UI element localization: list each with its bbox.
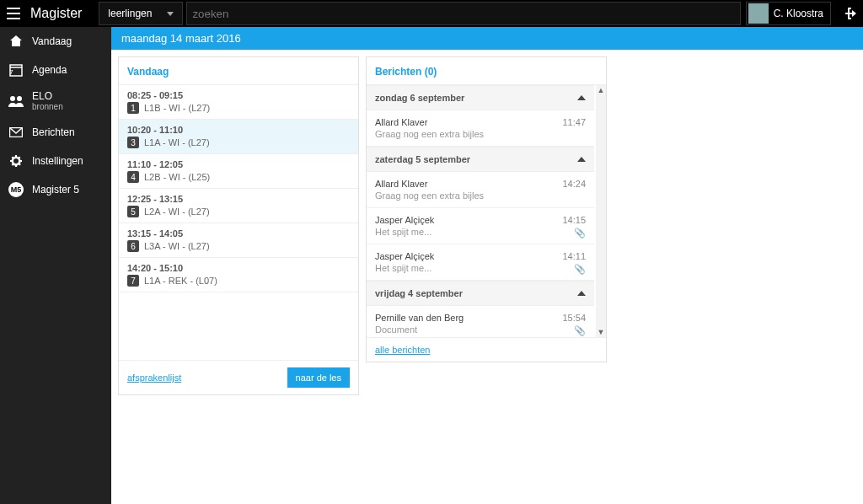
period-badge: 4 [127, 171, 139, 183]
scope-selector[interactable]: leerlingen [99, 2, 183, 25]
period-badge: 3 [127, 137, 139, 148]
sidebar-item-magister5[interactable]: M5 Magister 5 [0, 175, 111, 204]
scroll-down-icon[interactable]: ▼ [596, 327, 606, 337]
envelope-icon [8, 125, 24, 140]
search-input[interactable] [186, 2, 740, 25]
agenda-time: 11:10 - 12:05 [127, 159, 350, 169]
attachment-icon: 📎 [574, 325, 586, 336]
scope-selector-label: leerlingen [108, 8, 152, 19]
messages-day-header[interactable]: vrijdag 4 september [367, 281, 594, 306]
home-icon [8, 34, 24, 49]
message-sender: Jasper Alçiçek [375, 215, 586, 225]
m5-badge-icon: M5 [8, 182, 24, 197]
scrollbar[interactable]: ▲ ▼ [596, 85, 606, 337]
sidebar-item-sublabel: bronnen [32, 102, 63, 111]
user-menu[interactable]: C. Kloostra [746, 2, 831, 25]
chevron-up-icon [577, 157, 586, 162]
message-item[interactable]: Pernille van den BergDocument15:54📎 [367, 306, 594, 337]
agenda-time: 08:25 - 09:15 [127, 90, 350, 100]
afsprakenlijst-link[interactable]: afsprakenlijst [127, 373, 181, 383]
message-sender: Allard Klaver [375, 179, 586, 189]
messages-day-header[interactable]: zondag 6 september [367, 85, 594, 110]
sidebar-item-label: Berichten [32, 126, 75, 138]
chevron-up-icon [577, 291, 586, 296]
message-snippet: Het spijt me... [375, 263, 586, 273]
sidebar-item-label: Instellingen [32, 155, 83, 167]
message-time: 11:47 [562, 117, 586, 127]
agenda-time: 13:15 - 14:05 [127, 228, 350, 239]
message-snippet: Het spijt me... [375, 227, 586, 237]
scroll-up-icon[interactable]: ▲ [596, 85, 606, 95]
sidebar-item-label: Agenda [32, 64, 67, 76]
alle-berichten-link[interactable]: alle berichten [375, 345, 430, 355]
people-icon [8, 94, 24, 109]
hamburger-icon [7, 8, 20, 19]
panel-title: Vandaag [119, 57, 358, 84]
svg-rect-0 [7, 8, 20, 9]
logout-icon [843, 8, 856, 19]
user-name: C. Kloostra [774, 8, 823, 19]
day-label: vrijdag 4 september [375, 288, 463, 298]
period-badge: 1 [127, 102, 139, 114]
period-badge: 5 [127, 206, 139, 217]
message-sender: Jasper Alçiçek [375, 251, 586, 261]
message-time: 14:15 [562, 215, 586, 225]
messages-scroll: zondag 6 septemberAllard KlaverGraag nog… [367, 84, 606, 337]
chevron-up-icon [577, 95, 586, 100]
panel-title: Berichten (0) [367, 57, 606, 84]
message-time: 15:54 [562, 313, 586, 323]
menu-toggle[interactable] [0, 0, 27, 27]
agenda-text: L1A - WI - (L27) [144, 137, 210, 147]
attachment-icon: 📎 [574, 264, 586, 275]
brand-title: Magister [27, 6, 99, 21]
calendar-icon: 7 [8, 62, 24, 78]
message-item[interactable]: Jasper AlçiçekHet spijt me...14:15📎 [367, 208, 594, 244]
message-time: 14:11 [562, 251, 586, 261]
message-item[interactable]: Allard KlaverGraag nog een extra bijles1… [367, 110, 594, 147]
gear-icon [8, 153, 24, 169]
message-snippet: Graag nog een extra bijles [375, 129, 586, 139]
sidebar-item-agenda[interactable]: 7 Agenda [0, 56, 111, 84]
svg-point-6 [17, 96, 22, 101]
agenda-item[interactable]: 08:25 - 09:151L1B - WI - (L27) [119, 85, 358, 120]
avatar [748, 3, 769, 24]
main-content: maandag 14 maart 2016 Vandaag 08:25 - 09… [111, 27, 863, 504]
messages-day-header[interactable]: zaterdag 5 september [367, 147, 594, 172]
message-snippet: Graag nog een extra bijles [375, 190, 586, 201]
sidebar-item-label: ELO [32, 91, 63, 102]
agenda-item[interactable]: 11:10 - 12:054L2B - WI - (L25) [119, 154, 358, 189]
panel-vandaag: Vandaag 08:25 - 09:151L1B - WI - (L27)10… [118, 56, 359, 395]
day-label: zondag 6 september [375, 93, 464, 103]
sidebar-item-instellingen[interactable]: Instellingen [0, 147, 111, 175]
message-time: 14:24 [562, 179, 586, 189]
message-sender: Allard Klaver [375, 117, 586, 127]
svg-rect-1 [7, 13, 20, 14]
message-item[interactable]: Allard KlaverGraag nog een extra bijles1… [367, 172, 594, 208]
attachment-icon: 📎 [574, 228, 586, 239]
sidebar-item-elo[interactable]: ELO bronnen [0, 84, 111, 118]
panel-footer: alle berichten [367, 337, 606, 362]
sidebar-item-berichten[interactable]: Berichten [0, 118, 111, 147]
agenda-time: 10:20 - 11:10 [127, 125, 350, 135]
panel-berichten: Berichten (0) zondag 6 septemberAllard K… [366, 56, 607, 362]
agenda-item[interactable]: 14:20 - 15:107L1A - REK - (L07) [119, 258, 358, 292]
sidebar-item-vandaag[interactable]: Vandaag [0, 27, 111, 56]
period-badge: 6 [127, 240, 139, 252]
agenda-item[interactable]: 12:25 - 13:155L2A - WI - (L27) [119, 189, 358, 223]
agenda-item[interactable]: 13:15 - 14:056L3A - WI - (L27) [119, 223, 358, 258]
svg-point-5 [10, 96, 15, 101]
agenda-text: L1A - REK - (L07) [144, 276, 217, 286]
caret-down-icon [167, 12, 174, 16]
day-label: zaterdag 5 september [375, 154, 470, 164]
agenda-list: 08:25 - 09:151L1B - WI - (L27)10:20 - 11… [119, 84, 358, 292]
sidebar-item-label: Vandaag [32, 35, 72, 47]
date-bar: maandag 14 maart 2016 [111, 27, 863, 50]
agenda-text: L3A - WI - (L27) [144, 241, 210, 251]
logout-button[interactable] [836, 0, 863, 27]
message-item[interactable]: Jasper AlçiçekHet spijt me...14:11📎 [367, 244, 594, 281]
message-snippet: Document [375, 324, 586, 335]
naar-de-les-button[interactable]: naar de les [287, 367, 350, 388]
agenda-item[interactable]: 10:20 - 11:103L1A - WI - (L27) [119, 120, 358, 154]
agenda-time: 12:25 - 13:15 [127, 194, 350, 204]
message-sender: Pernille van den Berg [375, 313, 586, 323]
